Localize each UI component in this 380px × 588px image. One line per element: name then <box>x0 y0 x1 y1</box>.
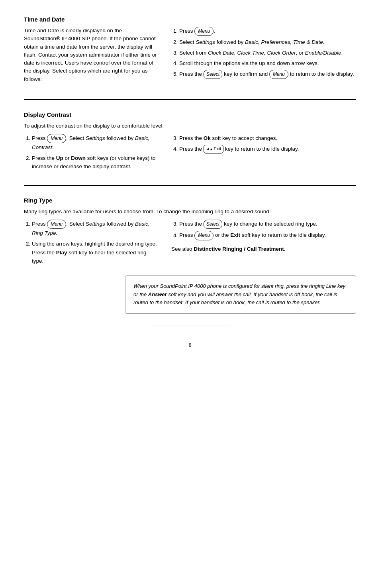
display-contrast-section: Display Contrast To adjust the contrast … <box>24 111 356 173</box>
time-date-description: Time and Date is clearly displayed on th… <box>24 27 159 83</box>
note-box: When your SoundPoint IP 4000 phone is co… <box>125 275 356 314</box>
list-item: Press the Select key to confirm and Menu… <box>179 70 356 79</box>
time-date-section: Time and Date Time and Date is clearly d… <box>24 16 356 87</box>
list-item: Press the Up or Down soft keys (or volum… <box>32 154 159 171</box>
ring-type-title: Ring Type <box>24 197 356 204</box>
select-button-icon2: Select <box>204 220 222 229</box>
list-item: Using the arrow keys, highlight the desi… <box>32 240 159 265</box>
bottom-divider <box>150 326 230 326</box>
exit-button-icon: Exit <box>204 145 223 153</box>
select-button-icon: Select <box>204 70 222 79</box>
see-also-text: See also Distinctive Ringing / Call Trea… <box>171 246 356 252</box>
list-item: Select Settings followed by Basic, Prefe… <box>179 38 356 47</box>
list-item: Press Menu or the Exit soft key to retur… <box>179 231 356 240</box>
display-contrast-title: Display Contrast <box>24 111 356 118</box>
list-item: Press the Select key to change to the se… <box>179 220 356 229</box>
list-item: Press Menu. Select Settings followed by … <box>32 134 159 152</box>
menu-button-icon2: Menu <box>269 70 288 79</box>
ring-type-right-steps: Press the Select key to change to the se… <box>171 220 356 240</box>
list-item: Press the Exit key to return to the idle… <box>179 145 356 153</box>
list-item: Select from Clock Date, Clock Time, Cloc… <box>179 49 356 57</box>
ring-type-description: Many ring types are available for users … <box>24 208 356 216</box>
time-date-steps: Press Menu. Select Settings followed by … <box>171 27 356 79</box>
menu-button-icon3: Menu <box>47 134 66 143</box>
list-item: Scroll through the options via the up an… <box>179 59 356 68</box>
display-contrast-left-steps: Press Menu. Select Settings followed by … <box>24 134 159 171</box>
time-date-title: Time and Date <box>24 16 356 23</box>
display-contrast-right-steps: Press the Ok soft key to accept changes.… <box>171 134 356 153</box>
menu-button-icon: Menu <box>194 27 214 36</box>
list-item: Press Menu. Select Settings followed by … <box>32 220 159 238</box>
ring-type-left-steps: Press Menu. Select Settings followed by … <box>24 220 159 265</box>
ring-type-section: Ring Type Many ring types are available … <box>24 197 356 314</box>
section-divider-2 <box>24 185 356 186</box>
note-text: When your SoundPoint IP 4000 phone is co… <box>133 283 345 306</box>
display-contrast-description: To adjust the contrast on the display to… <box>24 122 356 130</box>
menu-button-icon4: Menu <box>47 220 66 229</box>
list-item: Press the Ok soft key to accept changes. <box>179 134 356 143</box>
list-item: Press Menu. <box>179 27 356 36</box>
menu-button-icon5: Menu <box>194 231 214 240</box>
section-divider-1 <box>24 99 356 100</box>
page-number: 8 <box>24 342 356 348</box>
